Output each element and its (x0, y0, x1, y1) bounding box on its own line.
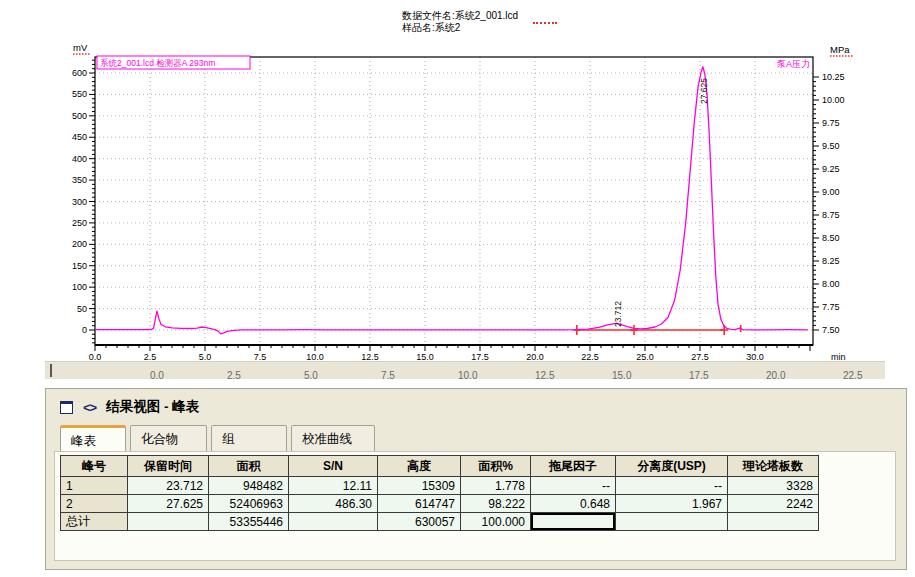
column-header[interactable]: 面积 (209, 456, 289, 477)
results-tabs: 峰表 化合物 组 校准曲线 (60, 425, 375, 452)
table-row: 227.62552406963486.3061474798.2220.6481.… (61, 495, 819, 513)
peak-retention-labels: 23.71227.625 (613, 78, 709, 327)
table-cell[interactable]: 948482 (209, 477, 289, 495)
peak-label: 23.712 (613, 301, 623, 327)
window-restore-icon[interactable] (60, 401, 73, 414)
chromatogram-trace (95, 67, 808, 334)
y-right-tick-label: 9.50 (822, 141, 840, 151)
column-header[interactable]: 面积% (461, 456, 531, 477)
y-left-tick-label: 350 (72, 175, 87, 185)
spellcheck-underline (533, 20, 557, 24)
y-left-tick-label: 200 (72, 239, 87, 249)
chromatogram-svg[interactable]: 0.02.55.07.510.012.515.017.520.022.525.0… (35, 40, 885, 370)
background-axis-label: 20.0 (766, 370, 785, 379)
axis-tick-labels: 0.02.55.07.510.012.515.017.520.022.525.0… (72, 68, 845, 362)
table-cell[interactable]: 23.712 (128, 477, 209, 495)
column-header[interactable]: 保留时间 (128, 456, 209, 477)
background-axis-label: 17.5 (689, 370, 708, 379)
background-axis-label: 2.5 (227, 370, 241, 379)
table-cell[interactable]: 52406963 (209, 495, 289, 513)
table-cell[interactable]: 486.30 (289, 495, 378, 513)
results-window-title: 结果视图 - 峰表 (106, 398, 199, 416)
results-client-area: 峰号保留时间面积S/N高度面积%拖尾因子分离度(USP)理论塔板数123.712… (54, 451, 896, 561)
column-header[interactable]: S/N (289, 456, 378, 477)
y-right-tick-label: 7.50 (822, 325, 840, 335)
table-cell[interactable]: 614747 (378, 495, 461, 513)
y-left-tick-label: 400 (72, 154, 87, 164)
tab-group[interactable]: 组 (211, 425, 287, 451)
results-window-titlebar: <> 结果视图 - 峰表 (60, 397, 199, 417)
table-cell[interactable]: 2242 (728, 495, 819, 513)
table-cell[interactable]: 98.222 (461, 495, 531, 513)
column-header[interactable]: 拖尾因子 (531, 456, 616, 477)
table-cell[interactable] (728, 513, 819, 531)
y-right-tick-label: 10.25 (822, 72, 845, 82)
pump-pressure-label: 泵A压力 (777, 59, 810, 69)
table-cell[interactable]: -- (616, 477, 728, 495)
peak-table: 峰号保留时间面积S/N高度面积%拖尾因子分离度(USP)理论塔板数123.712… (60, 455, 819, 531)
table-cell[interactable] (616, 513, 728, 531)
column-header[interactable]: 分离度(USP) (616, 456, 728, 477)
y-left-tick-label: 450 (72, 132, 87, 142)
table-cell[interactable]: 630057 (378, 513, 461, 531)
cursor-mark (50, 364, 52, 377)
table-cell[interactable]: 15309 (378, 477, 461, 495)
table-cell[interactable]: 0.648 (531, 495, 616, 513)
background-window-axis-strip: 0.02.55.07.510.012.515.017.520.022.5 (45, 361, 885, 379)
table-cell[interactable]: 1 (61, 477, 128, 495)
y-left-tick-label: 0 (82, 325, 87, 335)
results-view-window: <> 结果视图 - 峰表 峰表 化合物 组 校准曲线 峰号保留时间面积S/N高度… (45, 388, 907, 570)
table-cell[interactable]: 27.625 (128, 495, 209, 513)
table-cell[interactable]: -- (531, 477, 616, 495)
background-axis-label: 0.0 (150, 370, 164, 379)
table-cell[interactable] (128, 513, 209, 531)
peak-label: 27.625 (699, 78, 709, 104)
tab-calibration-curve[interactable]: 校准曲线 (291, 425, 375, 451)
table-cell[interactable]: 总计 (61, 513, 128, 531)
table-cell[interactable]: 1.778 (461, 477, 531, 495)
right-axis-unit-label: MPa (830, 44, 850, 55)
table-cell[interactable] (531, 513, 616, 531)
data-file-name: 数据文件名:系统2_001.lcd (402, 10, 518, 22)
column-header[interactable]: 高度 (378, 456, 461, 477)
table-row: 总计53355446630057100.000 (61, 513, 819, 531)
axis-ticks (89, 60, 819, 351)
y-left-tick-label: 150 (72, 261, 87, 271)
tab-compound[interactable]: 化合物 (130, 425, 207, 451)
table-cell[interactable] (289, 513, 378, 531)
background-axis-label: 5.0 (304, 370, 318, 379)
table-cell[interactable]: 53355446 (209, 513, 289, 531)
y-right-tick-label: 9.75 (822, 118, 840, 128)
y-right-tick-label: 10.00 (822, 95, 845, 105)
left-axis-unit-label: mV (73, 42, 88, 53)
y-right-tick-label: 9.00 (822, 187, 840, 197)
column-header[interactable]: 峰号 (61, 456, 128, 477)
file-header: 数据文件名:系统2_001.lcd 样品名:系统2 (402, 10, 518, 34)
background-axis-label: 12.5 (535, 370, 554, 379)
y-right-tick-label: 9.25 (822, 164, 840, 174)
tab-peak-table[interactable]: 峰表 (60, 425, 126, 452)
y-right-tick-label: 7.75 (822, 302, 840, 312)
background-axis-label: 22.5 (843, 370, 862, 379)
y-left-tick-label: 300 (72, 197, 87, 207)
y-left-tick-label: 100 (72, 282, 87, 292)
y-left-tick-label: 550 (72, 89, 87, 99)
table-cell[interactable]: 12.11 (289, 477, 378, 495)
table-cell[interactable]: 3328 (728, 477, 819, 495)
y-right-tick-label: 8.50 (822, 233, 840, 243)
background-axis-label: 7.5 (381, 370, 395, 379)
column-header[interactable]: 理论塔板数 (728, 456, 819, 477)
angle-brackets-icon[interactable]: <> (83, 400, 96, 415)
y-left-tick-label: 250 (72, 218, 87, 228)
y-left-tick-label: 50 (77, 304, 87, 314)
trace-label: 系统2_001.lcd 检测器A 293nm (100, 58, 215, 68)
table-cell[interactable]: 2 (61, 495, 128, 513)
y-right-tick-label: 8.25 (822, 256, 840, 266)
sample-name: 样品名:系统2 (402, 22, 518, 34)
table-cell[interactable]: 1.967 (616, 495, 728, 513)
detector-trace (95, 67, 808, 334)
table-cell[interactable]: 100.000 (461, 513, 531, 531)
background-axis-label: 10.0 (458, 370, 477, 379)
y-right-tick-label: 8.00 (822, 279, 840, 289)
chromatogram-chart[interactable]: 0.02.55.07.510.012.515.017.520.022.525.0… (35, 40, 885, 370)
